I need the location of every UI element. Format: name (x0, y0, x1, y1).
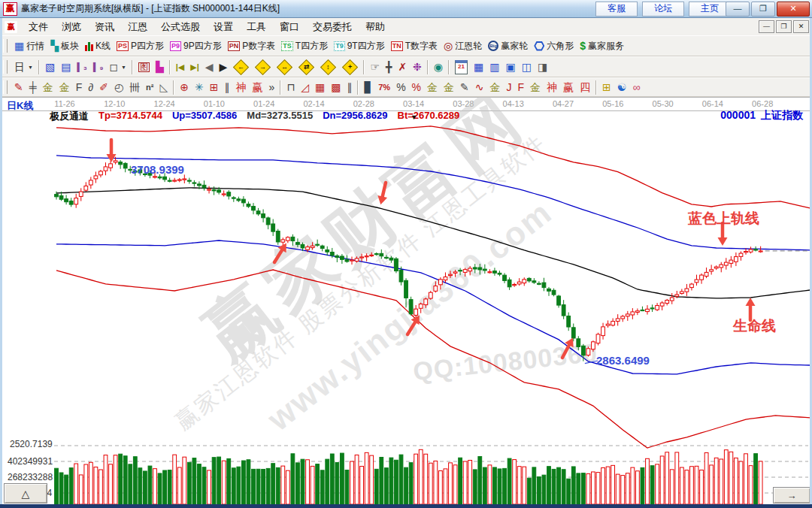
t-digit-table-button[interactable]: TNT数字表 (388, 38, 441, 55)
export-web-button[interactable]: ◫ (519, 59, 535, 76)
step-forward-button[interactable]: ▶ (217, 59, 231, 76)
chevron-down-icon[interactable]: ▼ (411, 113, 417, 121)
gold-section-line-button[interactable]: 金 (441, 79, 457, 96)
grid-red-button[interactable]: ▦ (312, 79, 328, 96)
shen-angle-line-button[interactable]: 神 (544, 79, 560, 96)
crosshair-tool-button[interactable]: ╋ (383, 59, 395, 76)
customer-service-button[interactable]: 客服 (595, 2, 638, 17)
kline-button[interactable]: K线 (82, 38, 114, 55)
menu-item-10[interactable]: 帮助 (359, 21, 392, 32)
angle-ruler-button[interactable]: ◺ (156, 79, 171, 96)
zoom-expand-button[interactable]: ↔ (274, 59, 295, 76)
gold-channel-button[interactable]: 金 (487, 79, 504, 96)
menu-item-8[interactable]: 窗口 (273, 21, 306, 32)
scroll-right-button[interactable]: → (773, 487, 810, 503)
magic-wand-button[interactable]: ❉ (410, 59, 425, 76)
percent-7-button[interactable]: 7% (375, 79, 393, 96)
percent-button[interactable]: % (393, 79, 408, 96)
winner-service-button[interactable]: $赢家服务 (577, 38, 627, 55)
star-rays-button[interactable]: ✳ (192, 79, 207, 96)
time-ruler-button[interactable]: 卌 (126, 79, 143, 96)
9p-square-button[interactable]: P99P四方形 (167, 38, 225, 55)
gann-wheel-button[interactable]: ◎江恩轮 (441, 38, 485, 55)
candle-type-button[interactable]: ◻▼ (106, 59, 129, 76)
menu-item-2[interactable]: 浏览 (55, 21, 88, 32)
hexagon-button[interactable]: 六角形 (531, 38, 577, 55)
main-indicator-button[interactable]: 图 (135, 59, 153, 76)
infinity-tool-button[interactable]: ∞ (629, 79, 643, 96)
9t-square-button[interactable]: T99T四方形 (331, 38, 388, 55)
grid-dense-button[interactable]: ▩ (328, 79, 344, 96)
wave-pen-button[interactable]: ✎ (457, 79, 472, 96)
menu-item-7[interactable]: 工具 (240, 21, 273, 32)
notes-tool-button[interactable]: ▥ (486, 59, 502, 76)
p-digit-table-button[interactable]: PNP数字表 (225, 38, 279, 55)
first-page-button[interactable]: |◀ (173, 59, 188, 76)
zoom-all-button[interactable]: + (339, 59, 361, 76)
ying-angle-line-button[interactable]: 赢 (560, 79, 577, 96)
menu-item-4[interactable]: 江恩 (121, 21, 154, 32)
gann-target-button[interactable]: ⊕ (177, 79, 192, 96)
wave-line-button[interactable]: ∿ (472, 79, 487, 96)
time-circle-button[interactable]: ◴ (111, 79, 126, 96)
menu-item-6[interactable]: 设置 (207, 21, 240, 32)
expand-panel-left-button[interactable]: △ (4, 483, 47, 503)
gold-angle-line-button[interactable]: 金 (527, 79, 544, 96)
step-back-button[interactable]: ◀ (202, 59, 217, 76)
kline-marks-button[interactable]: ∥ (221, 79, 232, 96)
shen-tool-button[interactable]: 神 (232, 79, 249, 96)
gold-grid-b-button[interactable]: 金 (56, 79, 73, 96)
color-volume-button[interactable]: ▙ (153, 59, 167, 76)
menu-item-9[interactable]: 交易委托 (306, 21, 359, 32)
zoom-shrink-button[interactable]: ⇄ (295, 59, 317, 76)
homepage-button[interactable]: 主页 (689, 2, 731, 17)
si-angle-line-button[interactable]: 四 (577, 79, 593, 96)
minimize-button[interactable]: — (726, 2, 750, 17)
menu-item-3[interactable]: 资讯 (88, 21, 121, 32)
step-bars-9-button[interactable]: ▍₉ (90, 59, 106, 76)
percent-retrace-button[interactable]: % (409, 79, 424, 96)
forum-button[interactable]: 论坛 (642, 2, 684, 17)
period-label[interactable]: 日K线 (7, 99, 33, 113)
zoom-left-button[interactable]: ← (230, 59, 252, 76)
chart-canvas[interactable]: 11-2612-1012-2401-1001-2402-1402-2803-14… (0, 97, 812, 504)
box-frame-button[interactable]: ⊓ (283, 79, 298, 96)
spiral-tool-button[interactable]: ∂ (85, 79, 96, 96)
t-square-button[interactable]: TST四方形 (278, 38, 331, 55)
hand-tool-button[interactable]: ☞ (367, 59, 383, 76)
gold-grid-a-button[interactable]: 金 (40, 79, 56, 96)
marker-pen-button[interactable]: ✐ (96, 79, 111, 96)
calendar-tool-button[interactable]: 21 (452, 59, 471, 76)
menu-item-5[interactable]: 公式选股 (154, 21, 207, 32)
step-bars-3-button[interactable]: ▍₃ (74, 59, 90, 76)
draw-pencil-button[interactable]: ✎ (11, 79, 26, 96)
ying-tool-button[interactable]: 赢 (249, 79, 265, 96)
zoom-vertical-button[interactable]: ↕ (317, 59, 339, 76)
save-tool-button[interactable]: ▣ (503, 59, 519, 76)
parallel-lines-button[interactable]: ∥ (344, 79, 355, 96)
n-square-button[interactable]: n² (143, 79, 156, 96)
gann-brain-button[interactable]: ◉ (431, 59, 446, 76)
grid-highlight-button[interactable]: ⊞ (599, 79, 614, 96)
close-button[interactable]: ✕ (777, 2, 810, 17)
price-grid-button[interactable]: ╪ (26, 79, 40, 96)
menu-item-1[interactable]: 文件 (22, 21, 55, 32)
erase-tool-button[interactable]: ✗ (395, 59, 410, 76)
f-grid-button[interactable]: F (73, 79, 86, 96)
more-tools-button[interactable]: » (265, 79, 277, 96)
gold-section-circle-button[interactable]: 金 (424, 79, 441, 96)
restore-button[interactable]: ❐ (751, 2, 775, 17)
quotes-button[interactable]: ▦行情 (11, 38, 47, 55)
kline-period-button[interactable]: 日▼ (11, 59, 36, 76)
zoom-right-button[interactable]: → (252, 59, 274, 76)
p-square-button[interactable]: PSP四方形 (114, 38, 167, 55)
stats-column-button[interactable]: ▊ (361, 79, 375, 96)
j-line-button[interactable]: J (504, 79, 515, 96)
chart-overlay-button[interactable]: ▧ (42, 59, 58, 76)
info-panel-button[interactable]: ▤ (58, 59, 74, 76)
print-tool-button[interactable]: ◨ (535, 59, 550, 76)
child-restore-button[interactable]: ❐ (776, 20, 792, 33)
calculator-tool-button[interactable]: ▦ (471, 59, 486, 76)
winner-wheel-button[interactable]: Big赢家轮 (485, 38, 531, 55)
taiji-button[interactable]: ☯ (614, 79, 630, 96)
